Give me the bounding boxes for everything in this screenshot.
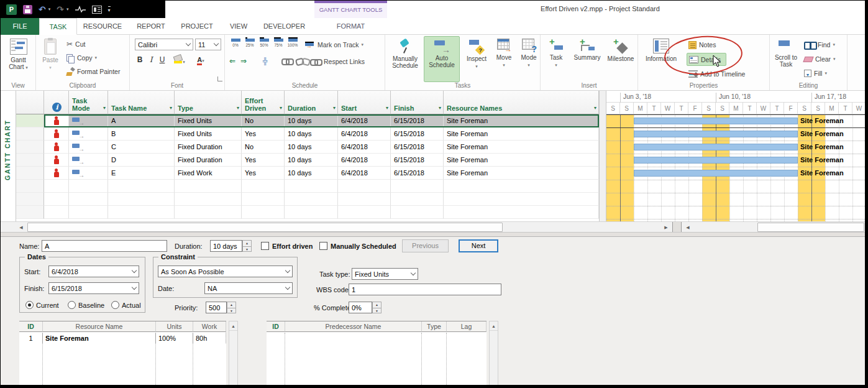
font-name-combo[interactable]: Calibri <box>135 39 193 50</box>
details-layout-icon[interactable] <box>92 6 102 14</box>
cut-button[interactable]: ✂Cut <box>65 38 128 50</box>
move-button[interactable]: Move▾ <box>492 36 516 82</box>
manually-schedule-button[interactable]: Manually Schedule <box>388 36 423 82</box>
table-cell-empty[interactable] <box>175 180 242 193</box>
table-cell-3-start[interactable]: 6/4/2018 <box>338 141 391 154</box>
table-cell-5-duration[interactable]: 10 days <box>285 167 338 180</box>
table-cell-empty[interactable] <box>16 193 44 206</box>
table-cell-3-info[interactable] <box>44 141 69 154</box>
table-cell-empty[interactable] <box>242 206 285 219</box>
column-header-info[interactable]: i <box>44 91 69 114</box>
table-cell-5-mode[interactable] <box>69 167 108 180</box>
table-cell-empty[interactable] <box>44 206 69 219</box>
table-cell-4-id[interactable] <box>16 154 44 167</box>
finish-date-combo[interactable]: 6/15/2018 <box>48 282 139 294</box>
outdent-task-button[interactable]: ⇐ <box>227 57 237 65</box>
table-cell-3-resourcenames[interactable]: Site Foreman <box>444 141 599 154</box>
respect-links-button[interactable]: ✓Respect Links <box>308 58 381 65</box>
pane-splitter[interactable] <box>1 232 868 237</box>
filter-arrow-icon[interactable]: ▾ <box>170 104 172 112</box>
table-cell-3-name[interactable]: C <box>108 141 175 154</box>
table-cell-empty[interactable] <box>69 206 108 219</box>
table-cell-2-id[interactable] <box>16 127 44 141</box>
current-radio[interactable] <box>25 301 34 309</box>
table-cell-empty[interactable] <box>175 206 242 219</box>
percent-complete-25-button[interactable]: 25% <box>243 37 257 53</box>
resource-grid-scrollbar[interactable]: ▲ <box>229 321 238 386</box>
scroll-to-task-button[interactable]: Scroll to Task <box>771 36 801 82</box>
table-cell-3-duration[interactable]: 10 days <box>285 141 338 154</box>
italic-button[interactable]: I <box>146 55 156 64</box>
table-scrollbar-thumb[interactable] <box>27 223 503 232</box>
column-header-type[interactable]: Type▾ <box>175 91 242 114</box>
table-cell-5-type[interactable]: Fixed Work <box>175 167 242 180</box>
resource-cell-0-1[interactable]: Site Foreman <box>43 333 156 343</box>
table-cell-empty[interactable] <box>444 180 599 193</box>
priority-spinner[interactable]: ▲▼ <box>227 302 236 313</box>
tab-resource[interactable]: RESOURCE <box>77 18 128 35</box>
filter-arrow-icon[interactable]: ▾ <box>333 104 336 112</box>
table-cell-2-info[interactable] <box>44 127 69 141</box>
table-cell-2-effortdriven[interactable]: Yes <box>242 127 285 141</box>
table-cell-empty[interactable] <box>108 206 175 219</box>
table-cell-2-duration[interactable]: 10 days <box>285 127 338 141</box>
predecessor-grid-scrollbar[interactable]: ▲ <box>489 321 498 386</box>
manually-scheduled-checkbox[interactable] <box>319 242 327 250</box>
wbs-code-field[interactable]: 1 <box>349 284 501 295</box>
inspect-button[interactable]: ? Inspect▾ <box>464 36 490 82</box>
percent-complete-0-button[interactable]: 0% <box>229 37 242 53</box>
column-header-effortdriven[interactable]: Effort Driven▾ <box>242 91 285 114</box>
column-header-mode[interactable]: Task Mode▾ <box>69 91 108 114</box>
underline-button[interactable]: U <box>157 55 167 64</box>
table-cell-5-finish[interactable]: 6/15/2018 <box>391 167 444 180</box>
tab-format[interactable]: FORMAT <box>314 18 387 35</box>
percent-complete-75-button[interactable]: 75% <box>272 37 285 53</box>
table-cell-1-info[interactable] <box>44 114 69 127</box>
table-chart-splitter[interactable] <box>599 91 606 221</box>
gantt-bar-task-1[interactable] <box>634 118 798 124</box>
font-size-combo[interactable]: 11 <box>195 39 221 50</box>
previous-button[interactable]: Previous <box>402 239 449 252</box>
filter-arrow-icon[interactable]: ▾ <box>439 104 441 112</box>
fill-button[interactable]: Fill▾ <box>802 67 844 80</box>
scrollbar-pane-splitter[interactable] <box>672 222 682 233</box>
table-cell-empty[interactable] <box>108 193 175 206</box>
column-header-start[interactable]: Start▾ <box>338 91 391 114</box>
redo-dropdown-icon[interactable]: ▾ <box>66 7 69 12</box>
table-cell-5-id[interactable] <box>16 167 44 180</box>
font-color-button[interactable]: A▾ <box>193 55 208 65</box>
filter-arrow-icon[interactable]: ▾ <box>237 104 239 112</box>
save-icon[interactable] <box>23 5 32 14</box>
priority-field[interactable]: 500 <box>206 302 227 313</box>
split-task-button[interactable] <box>261 57 272 65</box>
next-button[interactable]: Next <box>459 239 498 252</box>
table-cell-empty[interactable] <box>242 180 285 193</box>
chart-scroll-left-button[interactable]: ◀ <box>683 222 693 233</box>
table-cell-2-finish[interactable]: 6/15/2018 <box>391 127 444 141</box>
table-cell-empty[interactable] <box>444 206 599 219</box>
chart-scrollbar-thumb[interactable] <box>757 223 864 232</box>
table-cell-empty[interactable] <box>69 180 108 193</box>
paste-button[interactable]: Paste▾ <box>38 36 63 81</box>
table-cell-1-type[interactable]: Fixed Units <box>175 114 242 127</box>
background-color-button[interactable]: ▾ <box>172 55 187 65</box>
table-cell-empty[interactable] <box>391 193 444 206</box>
table-cell-1-id[interactable] <box>16 114 44 127</box>
table-cell-empty[interactable] <box>44 193 69 206</box>
table-cell-5-effortdriven[interactable]: Yes <box>242 167 285 180</box>
unlink-tasks-button[interactable] <box>295 58 308 64</box>
filter-arrow-icon[interactable]: ▾ <box>280 104 282 112</box>
table-cell-4-start[interactable]: 6/4/2018 <box>338 154 391 167</box>
table-cell-empty[interactable] <box>16 206 44 219</box>
filter-arrow-icon[interactable]: ▾ <box>594 104 596 112</box>
redo-icon[interactable]: ↷ <box>57 5 64 14</box>
table-cell-empty[interactable] <box>338 206 391 219</box>
table-cell-4-info[interactable] <box>44 154 69 167</box>
table-cell-3-effortdriven[interactable]: No <box>242 141 285 154</box>
column-header-duration[interactable]: Duration▾ <box>285 91 338 114</box>
column-header-resourcenames[interactable]: Resource Names▾ <box>444 91 599 114</box>
table-cell-5-name[interactable]: E <box>108 167 175 180</box>
table-cell-3-finish[interactable]: 6/15/2018 <box>391 141 444 154</box>
table-cell-empty[interactable] <box>16 180 44 193</box>
table-cell-empty[interactable] <box>175 193 242 206</box>
